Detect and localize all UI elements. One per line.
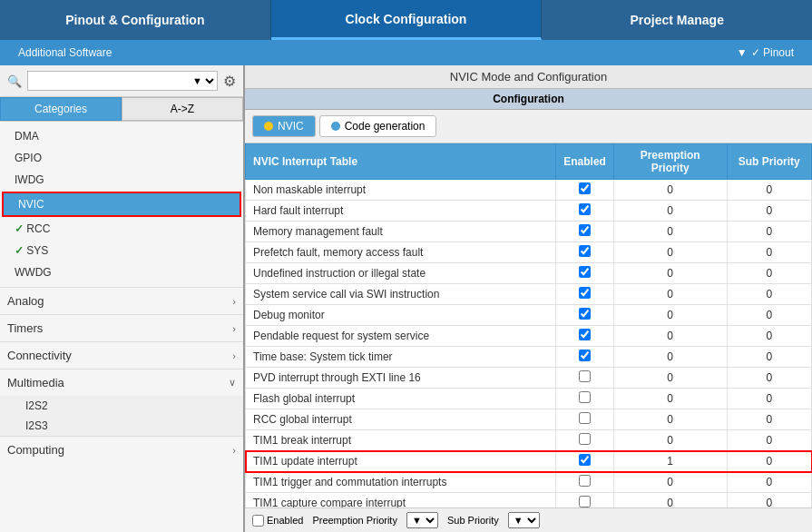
- enabled-label: Enabled: [252, 515, 303, 527]
- interrupt-enabled[interactable]: [556, 493, 614, 508]
- subnav-software[interactable]: Additional Software: [0, 40, 130, 65]
- sidebar-subitem-i2s2[interactable]: I2S2: [0, 396, 243, 416]
- sidebar-subitem-i2s3[interactable]: I2S3: [0, 416, 243, 436]
- tab-az[interactable]: A->Z: [122, 97, 243, 121]
- sidebar-group-computing[interactable]: Computing ›: [0, 436, 243, 463]
- chevron-down-icon: ▼: [737, 46, 748, 59]
- sidebar-group-timers[interactable]: Timers ›: [0, 314, 243, 341]
- interrupt-enabled[interactable]: [556, 430, 614, 451]
- interrupt-enabled[interactable]: [556, 242, 614, 263]
- table-row: TIM1 trigger and commutation interrupts0…: [246, 472, 812, 493]
- interrupt-enabled[interactable]: [556, 201, 614, 222]
- category-tabs: Categories A->Z: [0, 97, 243, 122]
- interrupt-name: Debug monitor: [246, 305, 556, 326]
- sidebar-group-analog[interactable]: Analog ›: [0, 287, 243, 314]
- interrupt-preemption: 0: [613, 368, 727, 389]
- interrupt-sub: 0: [727, 326, 811, 347]
- config-title: Configuration: [245, 89, 812, 110]
- content-panel: NVIC Mode and Configuration Configuratio…: [245, 65, 812, 532]
- tab-categories[interactable]: Categories: [0, 97, 122, 121]
- interrupt-preemption: 0: [613, 201, 727, 222]
- interrupt-enabled[interactable]: [556, 472, 614, 493]
- tab-clock[interactable]: Clock Configuration: [271, 0, 543, 40]
- interrupt-sub: 0: [727, 389, 811, 409]
- search-dropdown[interactable]: ▼: [189, 74, 217, 87]
- tab-nvic[interactable]: NVIC: [252, 115, 316, 137]
- enabled-checkbox-bottom[interactable]: [252, 515, 264, 527]
- table-row: TIM1 update interrupt10: [246, 451, 812, 472]
- interrupt-enabled[interactable]: [556, 263, 614, 284]
- interrupt-name: RCC global interrupt: [246, 409, 556, 430]
- interrupt-enabled[interactable]: [556, 409, 614, 430]
- interrupt-enabled[interactable]: [556, 368, 614, 389]
- tab-pinout[interactable]: Pinout & Configuration: [0, 0, 271, 40]
- interrupt-preemption: 0: [613, 430, 727, 451]
- interrupt-name: Memory management fault: [246, 222, 556, 242]
- interrupt-name: PVD interrupt through EXTI line 16: [246, 368, 556, 389]
- col-header-name: NVIC Interrupt Table: [246, 144, 556, 180]
- search-input[interactable]: [28, 72, 189, 90]
- interrupt-name: Non maskable interrupt: [246, 180, 556, 201]
- interrupt-preemption: 0: [613, 347, 727, 368]
- interrupt-enabled[interactable]: [556, 180, 614, 201]
- interrupt-sub: 0: [727, 347, 811, 368]
- interrupt-name: TIM1 break interrupt: [246, 430, 556, 451]
- sub-nav: Additional Software ▼ ✓ Pinout: [0, 40, 812, 65]
- interrupt-preemption: 0: [613, 180, 727, 201]
- interrupt-preemption: 0: [613, 263, 727, 284]
- col-header-sub: Sub Priority: [727, 144, 811, 180]
- table-row: RCC global interrupt00: [246, 409, 812, 430]
- interrupt-enabled[interactable]: [556, 326, 614, 347]
- sidebar-item-iwdg[interactable]: IWDG: [0, 169, 243, 191]
- interrupt-preemption: 0: [613, 326, 727, 347]
- content-title: NVIC Mode and Configuration: [245, 65, 812, 89]
- interrupt-preemption: 0: [613, 472, 727, 493]
- preemption-dropdown[interactable]: ▼: [406, 512, 438, 528]
- sidebar-group-multimedia[interactable]: Multimedia ∨: [0, 369, 243, 396]
- table-row: Prefetch fault, memory access fault00: [246, 242, 812, 263]
- nvic-dot: [264, 122, 273, 131]
- sub-priority-dropdown[interactable]: ▼: [508, 512, 540, 528]
- bottom-bar: Enabled Preemption Priority ▼ Sub Priori…: [245, 507, 812, 532]
- gear-icon[interactable]: ⚙: [223, 73, 236, 90]
- chevron-right-icon: ›: [232, 296, 236, 307]
- interrupt-preemption: 0: [613, 222, 727, 242]
- interrupt-enabled[interactable]: [556, 347, 614, 368]
- table-row: Debug monitor00: [246, 305, 812, 326]
- interrupt-name: Time base: System tick timer: [246, 347, 556, 368]
- interrupt-sub: 0: [727, 242, 811, 263]
- interrupt-enabled[interactable]: [556, 451, 614, 472]
- interrupt-sub: 0: [727, 201, 811, 222]
- sidebar-item-gpio[interactable]: GPIO: [0, 147, 243, 169]
- tab-code-generation[interactable]: Code generation: [319, 115, 437, 137]
- config-tabs: NVIC Code generation: [245, 110, 812, 143]
- sidebar-item-rcc[interactable]: ✓ RCC: [0, 218, 243, 240]
- subnav-pinout[interactable]: ▼ ✓ Pinout: [719, 40, 812, 65]
- top-nav: Pinout & Configuration Clock Configurati…: [0, 0, 812, 40]
- interrupt-enabled[interactable]: [556, 222, 614, 242]
- search-bar: 🔍 ▼ ⚙: [0, 65, 243, 97]
- interrupt-name: Flash global interrupt: [246, 389, 556, 409]
- table-row: Time base: System tick timer00: [246, 347, 812, 368]
- sidebar-item-sys[interactable]: ✓ SYS: [0, 240, 243, 261]
- sidebar-item-wwdg[interactable]: WWDG: [0, 261, 243, 283]
- table-row: Hard fault interrupt00: [246, 201, 812, 222]
- sidebar-item-nvic[interactable]: NVIC: [2, 192, 241, 217]
- table-row: TIM1 break interrupt00: [246, 430, 812, 451]
- tab-project[interactable]: Project Manage: [542, 0, 812, 40]
- sidebar-group-connectivity[interactable]: Connectivity ›: [0, 341, 243, 369]
- table-row: Flash global interrupt00: [246, 389, 812, 409]
- interrupt-preemption: 0: [613, 493, 727, 508]
- sidebar-item-dma[interactable]: DMA: [0, 125, 243, 147]
- interrupt-enabled[interactable]: [556, 305, 614, 326]
- interrupt-enabled[interactable]: [556, 389, 614, 409]
- interrupt-enabled[interactable]: [556, 284, 614, 305]
- interrupt-sub: 0: [727, 305, 811, 326]
- interrupt-sub: 0: [727, 472, 811, 493]
- sidebar: 🔍 ▼ ⚙ Categories A->Z DMA: [0, 65, 245, 532]
- interrupt-sub: 0: [727, 451, 811, 472]
- table-row: PVD interrupt through EXTI line 1600: [246, 368, 812, 389]
- chevron-right-icon-computing: ›: [232, 445, 236, 456]
- table-row: Undefined instruction or illegal state00: [246, 263, 812, 284]
- interrupt-sub: 0: [727, 263, 811, 284]
